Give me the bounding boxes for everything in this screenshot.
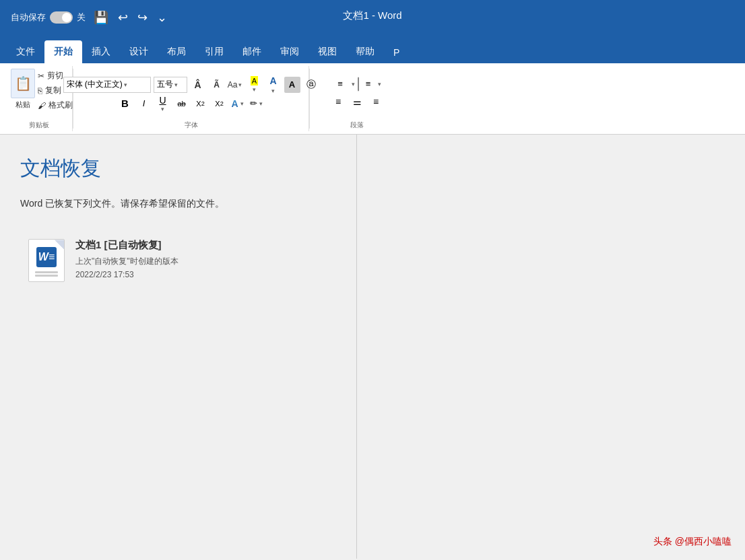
align-right-button[interactable]: ≡	[367, 94, 385, 109]
font-color-icon: A	[269, 75, 276, 86]
ribbon-tabs: 文件 开始 插入 设计 布局 引用 邮件 审阅 视图 帮助 P	[0, 35, 745, 63]
tab-design[interactable]: 设计	[120, 40, 158, 63]
customize-icon[interactable]: ⌄	[157, 10, 167, 25]
italic-button[interactable]: I	[136, 96, 152, 112]
font-color-button[interactable]: A ▾	[265, 77, 282, 93]
autosave-label: 自动保存 关	[11, 11, 86, 24]
shading-button[interactable]: A	[284, 77, 300, 93]
font-size-arrow: ▾	[174, 81, 178, 88]
save-icon[interactable]: 💾	[94, 10, 108, 25]
bullets-arrow: ▾	[350, 81, 356, 88]
word-icon-lines	[35, 270, 58, 278]
watermark: 头条 @偶西小嗑嗑	[653, 536, 732, 548]
font-group: 宋体 (中文正文) ▾ 五号 ▾ Â Ã Aa▾ A ▾ A ▾	[73, 66, 309, 131]
clipboard-group-label: 剪贴板	[5, 120, 72, 130]
tab-file[interactable]: 文件	[7, 40, 44, 63]
text-effect-button[interactable]: A ▾	[230, 96, 247, 112]
recovery-panel: 文档恢复 Word 已恢复下列文件。请保存希望保留的文件。 W≡ 文档1 [已自…	[0, 135, 357, 559]
highlight-icon: A	[251, 76, 258, 85]
bullets-button[interactable]: ≡	[331, 77, 349, 92]
paragraph-group-label: 段落	[310, 120, 404, 130]
para-row1: ≡ ▾ ≡ ▾	[331, 77, 383, 92]
word-icon-w: W≡	[36, 247, 57, 267]
tab-mailings[interactable]: 邮件	[233, 40, 271, 63]
window-title: 文档1 - Word	[343, 9, 401, 22]
font-size-value: 五号	[157, 79, 173, 90]
font-row2: B I U ▾ ab X2 X2 A ▾ ✏ ▾	[117, 96, 265, 112]
highlight-arrow: ▾	[251, 86, 257, 93]
tab-review[interactable]: 审阅	[271, 40, 309, 63]
tab-home[interactable]: 开始	[44, 40, 82, 63]
font-color-arrow: ▾	[270, 88, 276, 94]
title-bar-toolbar: 💾 ↩ ↪ ⌄	[94, 10, 167, 25]
superscript-button[interactable]: X2	[212, 96, 228, 112]
font-name-arrow: ▾	[124, 81, 127, 88]
paragraph-group: ≡ ▾ ≡ ▾ ≡ ⚌ ≡ 段落	[310, 66, 404, 131]
underline-button[interactable]: U ▾	[155, 96, 171, 112]
title-bar: 自动保存 关 💾 ↩ ↪ ⌄ 文档1 - Word	[0, 0, 745, 35]
paste-label: 粘贴	[15, 100, 30, 110]
highlight-button[interactable]: A ▾	[247, 77, 263, 93]
font-grow-button[interactable]: Â	[190, 77, 206, 93]
cut-icon: ✂	[38, 71, 44, 81]
numbering-arrow: ▾	[377, 81, 383, 88]
tab-references[interactable]: 引用	[195, 40, 233, 63]
subscript-button[interactable]: X2	[193, 96, 209, 112]
copy-icon: ⎘	[38, 86, 42, 96]
title-bar-left: 自动保存 关 💾 ↩ ↪ ⌄	[11, 10, 167, 25]
paste-icon: 📋	[11, 69, 35, 98]
font-name-select[interactable]: 宋体 (中文正文) ▾	[63, 77, 151, 93]
font-name-value: 宋体 (中文正文)	[67, 79, 123, 90]
format-painter-button[interactable]: 🖌 格式刷	[35, 98, 75, 112]
font-shrink-button[interactable]: Ã	[209, 77, 225, 93]
autosave-toggle[interactable]	[50, 11, 73, 24]
numbering-button[interactable]: ≡	[358, 77, 375, 92]
pen-arrow: ▾	[258, 100, 264, 107]
recovery-file-info: 文档1 [已自动恢复] 上次"自动恢复"时创建的版本 2022/2/23 17:…	[75, 239, 328, 279]
shading-icon: A	[289, 79, 295, 90]
ribbon-toolbar: 📋 粘贴 ✂ 剪切 ⎘ 复制 🖌 格式刷 剪贴板 宋体 (中文正文)	[0, 63, 745, 135]
undo-icon[interactable]: ↩	[118, 10, 128, 25]
para-row2: ≡ ⚌ ≡	[329, 94, 385, 109]
redo-icon[interactable]: ↪	[137, 10, 148, 25]
word-file-icon: W≡	[28, 239, 65, 282]
underline-arrow: ▾	[160, 106, 166, 112]
recovery-file-name: 文档1 [已自动恢复]	[75, 239, 328, 252]
text-highlight-button[interactable]: ✏ ▾	[249, 96, 265, 112]
autosave-text: 自动保存	[11, 11, 46, 24]
font-row1: 宋体 (中文正文) ▾ 五号 ▾ Â Ã Aa▾ A ▾ A ▾	[63, 77, 319, 93]
font-size-select[interactable]: 五号 ▾	[154, 77, 187, 93]
change-case-button[interactable]: Aa▾	[228, 77, 244, 93]
text-effect-icon: A	[231, 98, 238, 109]
format-painter-icon: 🖌	[38, 101, 46, 110]
cut-label: 剪切	[47, 70, 63, 81]
autosave-state: 关	[77, 11, 86, 24]
tab-insert[interactable]: 插入	[82, 40, 120, 63]
bold-button[interactable]: B	[117, 96, 133, 112]
tab-layout[interactable]: 布局	[158, 40, 195, 63]
align-left-button[interactable]: ≡	[329, 94, 347, 109]
tab-help[interactable]: 帮助	[346, 40, 384, 63]
strikethrough-button[interactable]: ab	[174, 96, 190, 112]
recovery-description: Word 已恢复下列文件。请保存希望保留的文件。	[20, 196, 336, 211]
paste-button[interactable]: 📋 粘贴	[11, 69, 35, 110]
copy-label: 复制	[45, 85, 61, 96]
pen-icon: ✏	[250, 98, 257, 108]
recovery-file-item[interactable]: W≡ 文档1 [已自动恢复] 上次"自动恢复"时创建的版本 2022/2/23 …	[20, 231, 336, 290]
underline-icon: U	[159, 95, 166, 106]
align-center-button[interactable]: ⚌	[348, 94, 366, 109]
tab-view[interactable]: 视图	[309, 40, 346, 63]
format-painter-label: 格式刷	[48, 100, 73, 111]
text-effect-arrow: ▾	[239, 100, 245, 107]
recovery-title: 文档恢复	[20, 155, 336, 182]
font-group-label: 字体	[73, 120, 309, 130]
recovery-file-date: 2022/2/23 17:53	[75, 270, 328, 279]
tab-p[interactable]: P	[384, 42, 409, 63]
recovery-file-subtitle: 上次"自动恢复"时创建的版本	[75, 256, 328, 267]
main-area: 文档恢复 Word 已恢复下列文件。请保存希望保留的文件。 W≡ 文档1 [已自…	[0, 135, 745, 559]
document-area	[357, 135, 745, 559]
